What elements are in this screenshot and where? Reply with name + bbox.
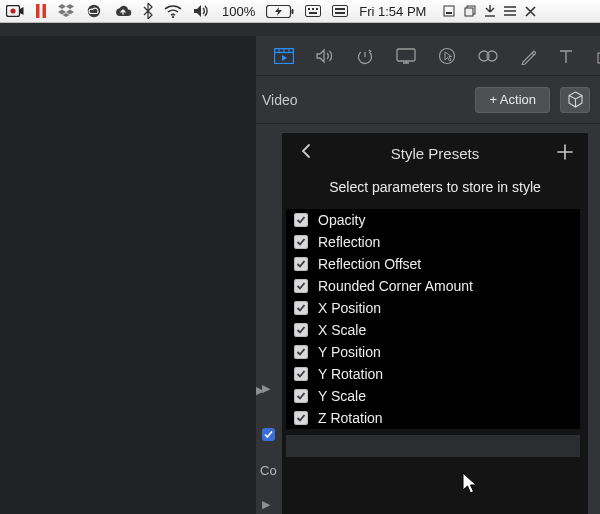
svg-rect-23 (397, 49, 415, 61)
param-row[interactable]: Opacity (286, 209, 580, 231)
timing-tab-icon[interactable] (356, 46, 374, 66)
checkbox-checked-icon[interactable] (294, 345, 308, 359)
svg-rect-2 (36, 4, 40, 18)
svg-rect-3 (43, 4, 47, 18)
pause-icon[interactable] (35, 4, 47, 18)
section-title: Video (262, 92, 298, 108)
video-section-header: Video + Action (256, 76, 600, 124)
stack-tab-icon[interactable] (596, 46, 600, 66)
text-tab-icon[interactable] (558, 46, 574, 66)
download-icon[interactable] (485, 5, 495, 17)
checkbox-checked-icon[interactable] (294, 235, 308, 249)
checkbox-checked-icon[interactable] (294, 257, 308, 271)
svg-rect-12 (309, 12, 317, 14)
video-tab-icon[interactable] (274, 46, 294, 66)
truncated-label: Co (260, 463, 277, 478)
cloud-upload-icon[interactable] (114, 5, 132, 18)
param-row[interactable]: Y Scale (286, 385, 580, 407)
presets-button[interactable] (560, 87, 590, 113)
record-icon[interactable] (6, 5, 24, 17)
param-label: Rounded Corner Amount (318, 278, 473, 294)
inspector-tabs (256, 36, 600, 76)
param-row[interactable]: X Position (286, 297, 580, 319)
inspector-pane: Video + Action ▶ Style Presets Select pa… (256, 36, 600, 514)
display-tab-icon[interactable] (396, 46, 416, 66)
wifi-icon[interactable] (164, 5, 182, 18)
close-icon[interactable] (525, 6, 536, 17)
pointer-tab-icon[interactable] (438, 46, 456, 66)
checkbox-checked-icon[interactable] (294, 323, 308, 337)
add-action-button[interactable]: + Action (475, 87, 550, 113)
param-label: Z Rotation (318, 410, 383, 426)
param-label: X Position (318, 300, 381, 316)
svg-rect-8 (306, 6, 321, 17)
svg-point-5 (172, 15, 174, 17)
keyboard-icon[interactable] (305, 5, 321, 17)
clock[interactable]: Fri 1:54 PM (359, 4, 426, 19)
popover-title: Style Presets (391, 145, 479, 162)
param-row[interactable]: Reflection Offset (286, 253, 580, 275)
param-row[interactable]: Y Rotation (286, 363, 580, 385)
param-label: X Scale (318, 322, 366, 338)
svg-point-24 (440, 48, 455, 63)
app-frame: Video + Action ▶ Style Presets Select pa… (0, 23, 600, 514)
window-controls (443, 5, 536, 17)
system-menubar: 100% Fri 1:54 PM (0, 0, 600, 23)
creative-cloud-icon[interactable] (85, 4, 103, 18)
checkbox-checked-icon[interactable] (294, 301, 308, 315)
popover-subtitle: Select parameters to store in style (282, 173, 588, 209)
param-label: Y Position (318, 344, 381, 360)
param-label: Y Scale (318, 388, 366, 404)
audio-tab-icon[interactable] (316, 46, 334, 66)
svg-rect-13 (333, 6, 348, 17)
viewer-pane (0, 36, 256, 514)
param-row[interactable]: X Scale (286, 319, 580, 341)
dropbox-icon[interactable] (58, 4, 74, 18)
param-row[interactable]: Rounded Corner Amount (286, 275, 580, 297)
group-disclosure-3[interactable]: ▶ (262, 498, 270, 511)
pen-tab-icon[interactable] (520, 46, 536, 66)
side-checkbox[interactable] (262, 428, 275, 441)
svg-rect-16 (444, 6, 454, 16)
volume-icon[interactable] (193, 4, 211, 18)
svg-rect-15 (335, 12, 345, 14)
minimize-window-icon[interactable] (443, 5, 455, 17)
link-tab-icon[interactable] (478, 46, 498, 66)
svg-rect-10 (312, 8, 314, 10)
input-menu-icon[interactable] (332, 5, 348, 17)
param-row[interactable]: Y Position (286, 341, 580, 363)
svg-point-1 (10, 8, 15, 13)
bluetooth-icon[interactable] (143, 3, 153, 19)
svg-rect-7 (292, 9, 294, 14)
checkbox-checked-icon[interactable] (294, 279, 308, 293)
param-label: Reflection Offset (318, 256, 421, 272)
group-disclosure-1[interactable]: ▶ (262, 382, 270, 395)
restore-window-icon[interactable] (464, 5, 476, 17)
param-label: Y Rotation (318, 366, 383, 382)
svg-rect-9 (308, 8, 310, 10)
checkbox-checked-icon[interactable] (294, 411, 308, 425)
checkbox-checked-icon[interactable] (294, 213, 308, 227)
svg-rect-17 (446, 12, 452, 14)
list-gap (286, 435, 580, 457)
battery-percent: 100% (222, 4, 255, 19)
param-label: Reflection (318, 234, 380, 250)
menu-icon[interactable] (504, 6, 516, 16)
svg-rect-19 (465, 8, 473, 16)
style-presets-popover: Style Presets Select parameters to store… (282, 132, 588, 514)
add-preset-button[interactable] (554, 141, 576, 163)
checkbox-checked-icon[interactable] (294, 367, 308, 381)
parameter-list: OpacityReflectionReflection OffsetRounde… (286, 209, 580, 429)
popover-header: Style Presets (282, 133, 588, 173)
svg-rect-14 (335, 8, 345, 10)
back-button[interactable] (296, 141, 316, 161)
checkbox-checked-icon[interactable] (294, 389, 308, 403)
svg-rect-11 (316, 8, 318, 10)
battery-charging-icon (266, 5, 294, 18)
param-label: Opacity (318, 212, 365, 228)
param-row[interactable]: Reflection (286, 231, 580, 253)
param-row[interactable]: Z Rotation (286, 407, 580, 429)
